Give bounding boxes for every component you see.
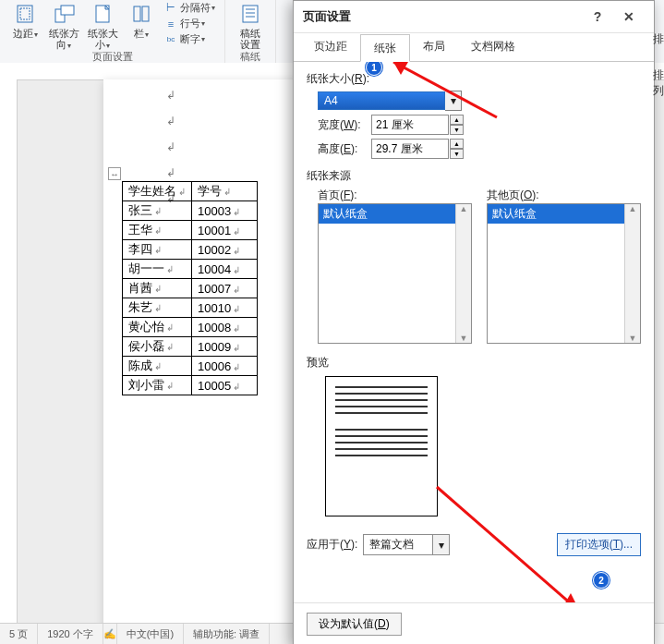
- status-spellcheck-icon[interactable]: ✍: [103, 624, 117, 644]
- scroll-down-icon[interactable]: ▼: [625, 334, 640, 343]
- ribbon-group-page-setup: 边距▾ 纸张方向▾ 纸张大小▾ 栏▾ ⊢分隔符▾ ≡行号▾ bc断字▾: [0, 0, 225, 63]
- margins-icon: [13, 2, 37, 26]
- th-id: 学号: [198, 184, 222, 198]
- chevron-down-icon[interactable]: ▾: [433, 534, 450, 555]
- lineno-item[interactable]: ≡行号▾: [164, 16, 215, 31]
- paper-size-icon: [91, 2, 115, 26]
- table-row: 学生姓名↲学号↲: [123, 182, 258, 201]
- spin-down-icon[interactable]: ▼: [450, 125, 464, 135]
- height-input[interactable]: ▲▼: [371, 139, 464, 159]
- right-sliver: 排 排列: [653, 31, 664, 99]
- close-button[interactable]: ✕: [613, 9, 645, 24]
- svg-rect-1: [20, 8, 30, 19]
- scrollbar[interactable]: ▲▼: [455, 204, 471, 343]
- paper-source-label: 纸张来源: [307, 168, 641, 184]
- help-button[interactable]: ?: [582, 9, 613, 24]
- draft-label: 稿纸 设置: [240, 28, 260, 50]
- spin-up-icon[interactable]: ▲: [450, 139, 464, 149]
- width-field[interactable]: [371, 115, 449, 135]
- chevron-down-icon: ▾: [211, 4, 215, 12]
- chevron-down-icon: ▾: [67, 42, 71, 50]
- scroll-down-icon[interactable]: ▼: [456, 334, 471, 343]
- dialog-footer: 设为默认值(D): [294, 602, 654, 644]
- tab-grid[interactable]: 文档网格: [458, 33, 528, 61]
- list-item[interactable]: 默认纸盒: [488, 204, 640, 224]
- table-row: 侯小磊↲10009↲: [123, 337, 258, 357]
- table-row: 胡一一↲10004↲: [123, 260, 258, 279]
- svg-marker-14: [563, 593, 580, 602]
- svg-rect-3: [61, 6, 74, 15]
- width-input[interactable]: ▲▼: [371, 115, 464, 135]
- table-row: 肖茜↲10007↲: [123, 279, 258, 298]
- svg-rect-6: [142, 6, 149, 21]
- table-anchor-icon[interactable]: ↔: [108, 167, 121, 180]
- width-label: 宽度(W):: [318, 117, 371, 133]
- status-accessibility[interactable]: 辅助功能: 调查: [184, 624, 270, 644]
- small-items: ⊢分隔符▾ ≡行号▾ bc断字▾: [161, 0, 219, 47]
- vertical-ruler[interactable]: [0, 79, 18, 624]
- paper-size-button[interactable]: 纸张大小▾: [83, 0, 122, 54]
- columns-button[interactable]: 栏▾: [122, 0, 161, 43]
- page-setup-dialog: 页面设置 ? ✕ 页边距 纸张 布局 文档网格 纸张大小(R): A4 ▾ 宽度…: [293, 0, 655, 644]
- dialog-tabs: 页边距 纸张 布局 文档网格: [294, 33, 654, 62]
- table-row: 张三↲10003↲: [123, 201, 258, 221]
- paper-size-select[interactable]: A4 ▾: [318, 91, 462, 111]
- tab-margin[interactable]: 页边距: [301, 33, 360, 61]
- scrollbar[interactable]: ▲▼: [624, 204, 640, 343]
- paper-size-section-label: 纸张大小(R):: [307, 72, 369, 85]
- set-default-button[interactable]: 设为默认值(D): [307, 613, 402, 636]
- dialog-titlebar[interactable]: 页面设置 ? ✕: [294, 1, 654, 33]
- height-field[interactable]: [371, 139, 449, 159]
- hyphen-label: 断字: [180, 32, 200, 46]
- th-name: 学生姓名: [128, 184, 176, 198]
- lineno-icon: ≡: [164, 18, 177, 30]
- columns-icon: [129, 2, 153, 26]
- dialog-title: 页面设置: [303, 8, 351, 25]
- chevron-down-icon: ▾: [201, 19, 205, 28]
- table-row: 黄心怡↲10008↲: [123, 318, 258, 337]
- scroll-up-icon[interactable]: ▲: [625, 204, 640, 213]
- doc-table[interactable]: 学生姓名↲学号↲ 张三↲10003↲ 王华↲10001↲ 李四↲10002↲ 胡…: [122, 181, 258, 395]
- group-draft-label: 稿纸: [240, 50, 260, 63]
- tab-paper[interactable]: 纸张: [360, 34, 410, 62]
- apply-to-label: 应用于(Y):: [307, 537, 357, 553]
- table-row: 陈成↲10006↲: [123, 357, 258, 376]
- paper-size-label: 纸张大小: [88, 28, 118, 50]
- table-row: 王华↲10001↲: [123, 221, 258, 240]
- chevron-down-icon: ▾: [201, 35, 205, 43]
- dialog-body: 纸张大小(R): A4 ▾ 宽度(W): ▲▼ 高度(E):: [294, 62, 654, 602]
- breaks-label: 分隔符: [180, 1, 211, 15]
- chevron-down-icon[interactable]: ▾: [445, 91, 462, 111]
- svg-rect-5: [134, 6, 140, 21]
- breaks-item[interactable]: ⊢分隔符▾: [164, 0, 215, 16]
- first-page-label: 首页(F):: [318, 188, 472, 203]
- spin-up-icon[interactable]: ▲: [450, 115, 464, 125]
- margins-button[interactable]: 边距▾: [6, 0, 44, 43]
- scroll-up-icon[interactable]: ▲: [456, 204, 471, 213]
- preview-label: 预览: [307, 355, 641, 371]
- list-item[interactable]: 默认纸盒: [319, 204, 471, 224]
- other-page-listbox[interactable]: 默认纸盒 ▲▼: [487, 203, 641, 344]
- orientation-button[interactable]: 纸张方向▾: [44, 0, 83, 54]
- first-page-listbox[interactable]: 默认纸盒 ▲▼: [318, 203, 472, 344]
- draft-icon: [238, 2, 262, 26]
- apply-to-select[interactable]: 整篇文档 ▾: [363, 534, 450, 555]
- tab-layout[interactable]: 布局: [410, 33, 458, 61]
- status-language[interactable]: 中文(中国): [117, 624, 184, 644]
- orientation-icon: [52, 2, 76, 26]
- table-row: 刘小雷↲10005↲: [123, 376, 258, 395]
- breaks-icon: ⊢: [164, 2, 177, 15]
- svg-rect-7: [243, 6, 258, 22]
- hyphen-icon: bc: [164, 33, 177, 46]
- spin-down-icon[interactable]: ▼: [450, 149, 464, 159]
- ribbon-group-draft: 稿纸 设置 稿纸: [225, 0, 276, 63]
- status-pages[interactable]: 5 页: [0, 624, 38, 644]
- apply-to-value: 整篇文档: [363, 534, 433, 555]
- draft-button[interactable]: 稿纸 设置: [231, 0, 270, 52]
- chevron-down-icon: ▾: [106, 42, 110, 50]
- print-options-button[interactable]: 打印选项(T)...: [557, 533, 641, 556]
- preview-frame: [325, 376, 438, 516]
- status-word-count[interactable]: 1920 个字: [38, 624, 103, 644]
- chevron-down-icon: ▾: [34, 30, 38, 39]
- hyphen-item[interactable]: bc断字▾: [164, 31, 215, 47]
